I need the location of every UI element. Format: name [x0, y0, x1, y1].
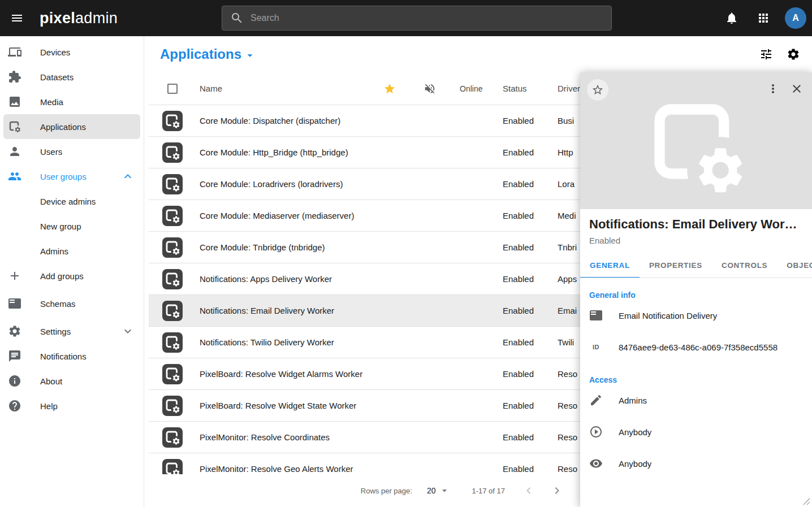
sidebar-item-label: Help	[40, 401, 58, 411]
plus-icon	[8, 269, 21, 283]
application-icon	[162, 396, 183, 416]
table-settings-button[interactable]	[787, 47, 800, 61]
page-title-dropdown[interactable]: Applications	[160, 46, 256, 62]
application-name: PixelMonitor: Resolve Geo Alerts Worker	[196, 464, 372, 474]
search-icon	[230, 11, 244, 25]
status-text: Enabled	[497, 369, 551, 379]
rows-per-page-select[interactable]: 20	[427, 485, 451, 496]
gear-icon	[787, 47, 800, 61]
chevron-right-icon	[550, 484, 564, 497]
panel-actions	[761, 77, 809, 101]
more-menu-button[interactable]	[761, 77, 785, 101]
sidebar-item-add-groups[interactable]: Add groups	[3, 263, 140, 288]
sidebar-item-users[interactable]: Users	[3, 139, 140, 164]
sidebar-item-notifications[interactable]: Notifications	[3, 344, 140, 369]
bell-icon	[725, 11, 738, 25]
sidebar-item-device-admins[interactable]: Device admins	[3, 189, 140, 214]
access-run-row[interactable]: Anybody	[580, 416, 812, 448]
access-view-row[interactable]: Anybody	[580, 448, 812, 479]
sidebar-item-label: Media	[40, 97, 63, 107]
sidebar-item-admins[interactable]: Admins	[3, 239, 140, 263]
application-icon	[162, 301, 183, 321]
status-text: Enabled	[497, 242, 551, 252]
tab-properties[interactable]: PROPERTIES	[640, 254, 712, 278]
application-name: Core Module: Loradrivers (loradrivers)	[196, 179, 372, 189]
sidebar-item-label: Users	[40, 147, 62, 157]
notifications-button[interactable]	[718, 5, 745, 32]
application-icon	[162, 237, 183, 258]
tab-controls[interactable]: CONTROLS	[712, 254, 777, 278]
sidebar-item-label: Admins	[40, 246, 68, 256]
filter-button[interactable]	[759, 47, 773, 61]
sidebar-item-label: Datasets	[40, 72, 74, 82]
sidebar-item-settings[interactable]: Settings	[3, 319, 140, 344]
sidebar-item-devices[interactable]: Devices	[3, 40, 140, 64]
detail-hero	[580, 72, 812, 209]
access-edit-row[interactable]: Admins	[580, 384, 812, 416]
sidebar-item-about[interactable]: About	[3, 369, 140, 393]
sidebar-item-schemas[interactable]: Schemas	[3, 291, 140, 316]
detail-status: Enabled	[589, 236, 803, 245]
play-circle-icon	[589, 425, 603, 439]
application-icon	[162, 269, 183, 289]
chevron-down-icon[interactable]	[121, 324, 135, 338]
sidebar-item-label: Device admins	[40, 197, 96, 206]
detail-panel: Notifications: Email Delivery Worker Ena…	[580, 72, 812, 507]
info-id-row[interactable]: ID 8476aee9-de63-486c-a069-7f358ecd5558	[580, 331, 812, 363]
brand-light: admin	[75, 10, 118, 27]
menu-button[interactable]	[3, 5, 31, 32]
info-name-row[interactable]: Email Notification Delivery	[580, 300, 812, 331]
app-logo: pixeladmin	[40, 10, 118, 27]
mute-column-icon[interactable]	[424, 83, 436, 95]
favorite-button[interactable]	[587, 79, 608, 101]
schema-card-icon	[8, 297, 21, 310]
tab-general[interactable]: GENERAL	[580, 254, 640, 278]
application-name: PixelMonitor: Resolve Coordinates	[196, 432, 372, 442]
detail-tabs: GENERAL PROPERTIES CONTROLS OBJECTS	[580, 254, 812, 278]
application-name: Notifications: Twilio Delivery Worker	[196, 337, 372, 347]
application-icon	[162, 142, 183, 163]
dropdown-caret-icon	[439, 485, 450, 496]
column-header-online: Online	[452, 84, 497, 93]
sidebar-item-new-group[interactable]: New group	[3, 214, 140, 239]
sidebar-item-datasets[interactable]: Datasets	[3, 64, 140, 89]
search-bar[interactable]	[222, 6, 612, 31]
close-panel-button[interactable]	[785, 77, 809, 101]
sidebar-item-label: About	[40, 376, 62, 386]
sidebar-item-user-groups[interactable]: User groups	[3, 164, 140, 189]
previous-page-button[interactable]	[522, 484, 535, 497]
application-name: PixelBoard: Resolve Widget State Worker	[196, 401, 372, 410]
grid-icon	[757, 11, 770, 25]
application-icon	[8, 120, 21, 133]
star-column-icon[interactable]	[383, 83, 396, 95]
application-icon	[162, 206, 183, 226]
tab-objects[interactable]: OBJECTS	[777, 254, 812, 278]
pagination-range: 1-17 of 17	[472, 487, 505, 495]
select-all-checkbox[interactable]	[167, 84, 178, 94]
resize-handle[interactable]	[802, 497, 810, 505]
sidebar-item-applications[interactable]: Applications	[3, 114, 140, 139]
application-icon	[162, 332, 183, 353]
pencil-icon	[589, 393, 603, 407]
chevron-up-icon[interactable]	[121, 170, 135, 183]
title-bar-actions	[759, 47, 800, 61]
application-icon	[162, 174, 183, 194]
application-hero-icon	[641, 91, 751, 201]
sidebar-item-help[interactable]: Help	[3, 393, 140, 418]
application-name: PixelBoard: Resolve Widget Alarms Worker	[196, 369, 372, 379]
rows-per-page-label: Rows per page:	[361, 487, 412, 495]
sidebar: Devices Datasets Media Applications User…	[0, 36, 144, 507]
application-name: Core Module: Tnbridge (tnbridge)	[196, 242, 372, 252]
avatar[interactable]: A	[785, 7, 806, 29]
section-access: Access	[589, 375, 803, 384]
status-text: Enabled	[497, 179, 551, 189]
sidebar-item-media[interactable]: Media	[3, 89, 140, 114]
apps-grid-button[interactable]	[750, 5, 777, 32]
search-input[interactable]	[250, 13, 603, 23]
access-edit-value: Admins	[619, 396, 647, 405]
column-header-name: Name	[196, 84, 372, 93]
sidebar-item-label: User groups	[40, 172, 87, 181]
sidebar-item-label: Devices	[40, 47, 70, 57]
next-page-button[interactable]	[550, 484, 564, 497]
topbar-actions: A	[718, 5, 806, 32]
